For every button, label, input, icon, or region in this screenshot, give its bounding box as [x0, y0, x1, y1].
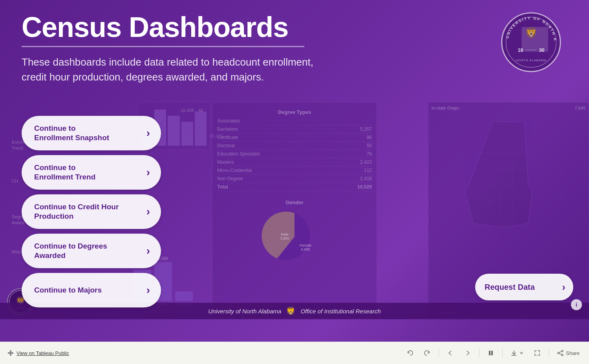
bg-table-row-4: Education Specialist 78	[217, 150, 372, 158]
bg-bar-rect-postbach	[175, 291, 193, 301]
svg-line-32	[559, 351, 562, 353]
side-label-majors: Majo	[12, 249, 21, 254]
request-data-chevron: ›	[562, 281, 565, 293]
forward-button[interactable]	[462, 348, 474, 358]
bg-gender-section: Gender Male 3,855 Female 6,665	[217, 198, 372, 266]
download-icon	[510, 349, 518, 357]
toolbar-divider-2	[479, 349, 479, 357]
bg-gender-header: Gender	[217, 198, 372, 207]
svg-text:🦁: 🦁	[525, 26, 538, 39]
undo-icon	[406, 349, 413, 357]
info-icon[interactable]: i	[571, 299, 582, 310]
toolbar: View on Tableau Public	[0, 342, 589, 364]
bg-bar-5	[195, 112, 207, 146]
share-button[interactable]: Share	[554, 348, 582, 358]
toolbar-left-section: View on Tableau Public	[7, 349, 69, 357]
svg-text:NORTH ALABAMA: NORTH ALABAMA	[516, 59, 546, 62]
redo-button[interactable]	[421, 348, 433, 358]
bg-data-table: Degree Types Associates Bachelors 5,357 …	[212, 102, 377, 318]
svg-point-30	[558, 352, 559, 354]
pause-icon	[487, 349, 494, 357]
enrollment-snapshot-chevron: ›	[146, 128, 150, 139]
side-label-ch: CH	[12, 179, 18, 183]
majors-label: Continue to Majors	[34, 285, 102, 295]
bg-table-row-2: Certificate 86	[217, 134, 372, 142]
svg-text:30: 30	[539, 48, 545, 53]
main-dashboard: Census Dashboards These dashboards inclu…	[0, 0, 589, 342]
majors-button[interactable]: Continue to Majors ›	[22, 273, 161, 307]
svg-text:18: 18	[518, 48, 523, 53]
degrees-awarded-label: Continue to DegreesAwarded	[34, 241, 107, 260]
bg-table-header: Degree Types	[217, 107, 372, 117]
page-title: Census Dashboards	[22, 12, 567, 43]
credit-hour-label: Continue to Credit HourProduction	[34, 202, 119, 221]
enrollment-snapshot-button[interactable]: Continue to Enrollment Snapshot ›	[22, 116, 161, 150]
toolbar-divider-3	[502, 349, 503, 357]
title-underline	[22, 46, 304, 47]
footer-lion-icon: 🦁	[286, 306, 296, 316]
request-data-label: Request Data	[485, 283, 535, 292]
majors-chevron: ›	[146, 285, 150, 296]
svg-point-29	[562, 350, 563, 352]
credit-hour-button[interactable]: Continue to Credit HourProduction ›	[22, 194, 161, 229]
footer-office-text: Office of Institutional Research	[300, 308, 380, 315]
bg-table-row-3: Doctoral 55	[217, 142, 372, 150]
share-icon	[557, 349, 564, 357]
degrees-awarded-chevron: ›	[146, 245, 150, 256]
nav-buttons-container: Continue to Enrollment Snapshot › Contin…	[22, 116, 161, 307]
seal-svg: UNIVERSITY OF NORTH ALABAMA 🦁 18 30 NORT…	[501, 12, 562, 73]
enrollment-trend-label: Continue to Enrollment Trend	[34, 163, 95, 182]
bg-bar-3	[168, 116, 179, 146]
fullscreen-icon	[534, 349, 541, 357]
footer-university-text: University of North Alabama	[208, 308, 281, 315]
back-icon	[447, 349, 454, 357]
bg-bar-4	[181, 122, 193, 146]
svg-text:Female: Female	[300, 243, 311, 247]
pause-button[interactable]	[485, 348, 497, 358]
svg-rect-25	[8, 352, 13, 354]
enrollment-trend-button[interactable]: Continue to Enrollment Trend ›	[22, 155, 161, 190]
bg-number-1: 10,509	[181, 108, 194, 113]
request-data-button[interactable]: Request Data ›	[475, 274, 573, 300]
subtitle: These dashboards include data related to…	[22, 55, 375, 84]
redo-icon	[424, 349, 431, 357]
credit-hour-chevron: ›	[146, 206, 150, 217]
bg-number-2: 40	[198, 108, 203, 113]
university-seal: UNIVERSITY OF NORTH ALABAMA 🦁 18 30 NORT…	[501, 12, 567, 79]
toolbar-right-section: Share	[404, 348, 582, 358]
bg-table-row-6: Micro-Credential 112	[217, 166, 372, 175]
svg-point-31	[562, 354, 563, 356]
undo-button[interactable]	[404, 348, 416, 358]
svg-text:6,665: 6,665	[301, 247, 310, 251]
download-button[interactable]	[508, 348, 526, 358]
back-button[interactable]	[444, 348, 456, 358]
share-label: Share	[566, 350, 580, 356]
fullscreen-button[interactable]	[531, 348, 543, 358]
bg-table-row-5: Masters 2,423	[217, 158, 372, 166]
bg-table-row-0: Associates	[217, 117, 372, 125]
bg-pie-chart: Male 3,855 Female 6,665	[259, 207, 330, 266]
view-public-label[interactable]: View on Tableau Public	[16, 350, 69, 356]
forward-icon	[464, 349, 471, 357]
bg-instate-header: In-state Origin: 7,645	[428, 102, 589, 113]
bg-table-row-1: Bachelors 5,357	[217, 125, 372, 134]
svg-text:Male: Male	[281, 232, 289, 236]
svg-rect-26	[489, 351, 490, 355]
bg-table-row-7: Non-Degree 2,418	[217, 175, 372, 183]
download-dropdown-icon	[519, 351, 523, 355]
svg-rect-27	[491, 351, 493, 355]
enrollment-snapshot-label: Continue to Enrollment Snapshot	[34, 124, 109, 143]
bg-table-total: Total 10,529	[217, 183, 372, 191]
svg-marker-13	[465, 121, 532, 227]
tableau-icon	[7, 349, 14, 357]
degrees-awarded-button[interactable]: Continue to DegreesAwarded ›	[22, 234, 161, 268]
toolbar-divider-1	[439, 349, 439, 357]
enrollment-trend-chevron: ›	[146, 167, 150, 178]
svg-line-33	[559, 353, 562, 355]
svg-text:3,855: 3,855	[280, 236, 289, 240]
toolbar-divider-4	[549, 349, 549, 357]
bg-alabama-map	[434, 113, 583, 247]
